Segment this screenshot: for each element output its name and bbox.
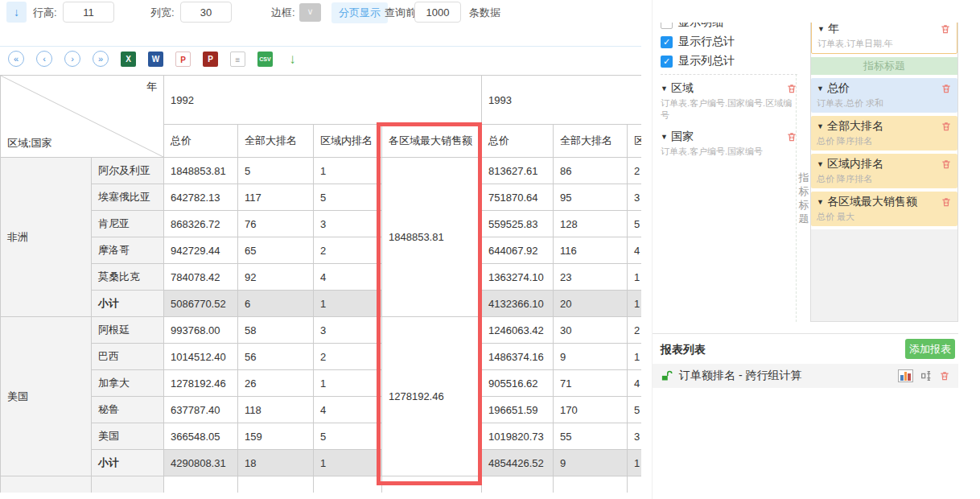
export-word-icon[interactable]: W bbox=[148, 52, 163, 67]
metric-title-header: 指标标题 bbox=[811, 57, 957, 75]
subtotal-row: 小计 4290808.31 18 1 4854426.52 9 1 bbox=[1, 450, 642, 476]
subtotal-label-cell: 小计 bbox=[92, 450, 164, 476]
field-region[interactable]: ▼ 区域 订单表.客户编号.国家编号.区域编号 bbox=[661, 81, 797, 122]
checkbox-checked-icon[interactable]: ✓ bbox=[661, 56, 673, 68]
corner-row-dim-label: 区域;国家 bbox=[7, 136, 52, 151]
last-page-icon[interactable]: » bbox=[93, 51, 109, 67]
report-list-item[interactable]: 订单额排名 - 跨行组计算 bbox=[653, 364, 958, 388]
pivot-cell: 1 bbox=[628, 264, 641, 291]
table-row: 美国 阿根廷 993768.00 58 3 1278192.46 1246063… bbox=[1, 317, 642, 344]
toolbar-separator bbox=[0, 46, 641, 47]
drop-zone bbox=[811, 229, 957, 322]
col-group-1992: 1992 bbox=[164, 76, 482, 125]
measure-header: 区域内排名 bbox=[628, 125, 641, 158]
pivot-cell: 92 bbox=[238, 264, 314, 291]
unlock-icon[interactable] bbox=[661, 370, 673, 382]
export-text-icon[interactable]: ≡ bbox=[230, 52, 245, 67]
collapse-toolbar-button[interactable]: ↓ bbox=[6, 2, 27, 23]
subtotal-cell: 6 bbox=[238, 291, 314, 317]
field-country[interactable]: ▼ 国家 订单表.客户编号.国家编号 bbox=[661, 130, 797, 158]
chevron-down-icon[interactable]: ▼ bbox=[817, 25, 825, 33]
pivot-cell: 5 bbox=[238, 158, 314, 184]
trash-icon[interactable] bbox=[941, 83, 952, 94]
add-report-button[interactable]: 添加报表 bbox=[905, 339, 955, 359]
pivot-cell: 2 bbox=[628, 317, 641, 344]
prev-page-icon[interactable]: ‹ bbox=[36, 51, 52, 67]
export-pdf-icon[interactable]: P bbox=[175, 52, 191, 67]
table-row: 巴西 1014512.40 56 2 1486374.16 9 1 bbox=[1, 344, 642, 370]
metric-overall-rank[interactable]: ▼ 全部大排名 总价 降序排名 bbox=[811, 116, 957, 151]
pivot-cell: 3 bbox=[628, 184, 641, 211]
pivot-cell: 813627.61 bbox=[482, 158, 554, 184]
metric-name: 区域内排名 bbox=[827, 157, 941, 171]
trash-icon[interactable] bbox=[941, 159, 952, 170]
pivot-cell: 637787.40 bbox=[164, 397, 238, 423]
metric-region-rank[interactable]: ▼ 区域内排名 总价 降序排名 bbox=[811, 154, 957, 188]
next-page-icon[interactable]: › bbox=[64, 51, 80, 67]
first-page-icon[interactable]: « bbox=[8, 51, 24, 67]
download-icon[interactable]: ↓ bbox=[285, 52, 300, 67]
subtotal-cell: 1 bbox=[628, 291, 641, 317]
col-width-input[interactable] bbox=[180, 2, 232, 23]
metric-desc: 总价 降序排名 bbox=[817, 173, 952, 185]
settings-panel: 显示明细 ✓ 显示行总计 ✓ 显示列总计 ▼ 区域 订单表.客户编号.国家编号.… bbox=[652, 0, 959, 499]
chevron-down-icon: ∨ bbox=[307, 6, 313, 16]
measure-header: 总价 bbox=[164, 125, 238, 158]
subtotal-cell: 4132366.10 bbox=[482, 291, 554, 317]
query-limit-input[interactable] bbox=[414, 2, 461, 23]
export-excel-icon[interactable]: X bbox=[121, 52, 136, 67]
measure-header: 各区域最大销售额 bbox=[382, 125, 482, 158]
checkbox-unchecked-icon[interactable] bbox=[661, 23, 673, 29]
metric-name: 各区域最大销售额 bbox=[827, 195, 941, 209]
trash-icon[interactable] bbox=[939, 370, 950, 381]
option-show-detail[interactable]: 显示明细 bbox=[661, 23, 796, 32]
trash-icon[interactable] bbox=[941, 121, 952, 132]
export-csv-icon[interactable]: CSV bbox=[257, 52, 273, 67]
pivot-table: 年 区域;国家 1992 1993 总价 全部大排名 区域内排名 各区域最大销售… bbox=[0, 75, 641, 493]
metric-total-price[interactable]: ▼ 总价 订单表.总价 求和 bbox=[811, 78, 957, 113]
field-year[interactable]: ▼ 年 订单表.订单日期.年 bbox=[811, 23, 957, 54]
pivot-cell: 5 bbox=[628, 211, 641, 237]
pivot-cell: 5 bbox=[314, 184, 382, 211]
chevron-down-icon[interactable]: ▼ bbox=[661, 133, 668, 141]
pivot-cell: 1 bbox=[314, 158, 382, 184]
pivot-cell: 366548.05 bbox=[164, 423, 238, 450]
pivot-cell: 56 bbox=[238, 344, 314, 370]
checkbox-checked-icon[interactable]: ✓ bbox=[661, 36, 673, 48]
country-cell: 肯尼亚 bbox=[92, 211, 164, 237]
print-icon[interactable]: P bbox=[203, 52, 218, 67]
country-cell: 巴西 bbox=[92, 344, 164, 370]
pivot-cell: 159 bbox=[238, 423, 314, 450]
chevron-down-icon[interactable]: ▼ bbox=[817, 122, 824, 130]
chevron-down-icon[interactable]: ▼ bbox=[817, 198, 824, 206]
chevron-down-icon[interactable]: ▼ bbox=[661, 85, 668, 93]
metric-desc: 订单表.总价 求和 bbox=[817, 97, 952, 109]
option-show-row-totals[interactable]: ✓ 显示行总计 bbox=[661, 32, 796, 52]
row-height-input[interactable] bbox=[63, 2, 114, 23]
pivot-cell: 5 bbox=[628, 397, 641, 423]
rename-icon[interactable] bbox=[920, 369, 933, 382]
table-row: 摩洛哥 942729.44 65 2 644067.92 116 4 bbox=[1, 237, 642, 264]
region-max-cell: 1278192.46 bbox=[382, 317, 482, 476]
subtotal-cell: 18 bbox=[238, 450, 314, 476]
option-label: 显示列总计 bbox=[678, 54, 735, 68]
pivot-cell: 2 bbox=[628, 158, 641, 184]
chevron-down-icon[interactable]: ▼ bbox=[817, 85, 824, 93]
pivot-cell: 1848853.81 bbox=[164, 158, 238, 184]
option-show-col-totals[interactable]: ✓ 显示列总计 bbox=[661, 52, 796, 71]
pivot-cell: 95 bbox=[554, 184, 628, 211]
chevron-down-icon[interactable]: ▼ bbox=[817, 160, 824, 168]
pivot-cell: 1 bbox=[628, 344, 641, 370]
pivot-cell: 1019820.73 bbox=[482, 423, 554, 450]
metric-region-max[interactable]: ▼ 各区域最大销售额 总价 最大 bbox=[811, 192, 957, 226]
metric-desc: 总价 最大 bbox=[817, 211, 952, 223]
border-dropdown[interactable]: ∨ bbox=[299, 3, 321, 22]
pivot-cell: 117 bbox=[238, 184, 314, 211]
pagination-toggle-button[interactable]: 分页显示 bbox=[331, 2, 388, 23]
pivot-cell: 905516.62 bbox=[482, 370, 554, 397]
pivot-cell: 26 bbox=[238, 370, 314, 397]
table-row: 美国 366548.05 159 5 1019820.73 55 3 bbox=[1, 423, 642, 450]
chart-icon[interactable] bbox=[898, 369, 913, 382]
trash-icon[interactable] bbox=[941, 196, 952, 208]
trash-icon[interactable] bbox=[940, 23, 951, 35]
